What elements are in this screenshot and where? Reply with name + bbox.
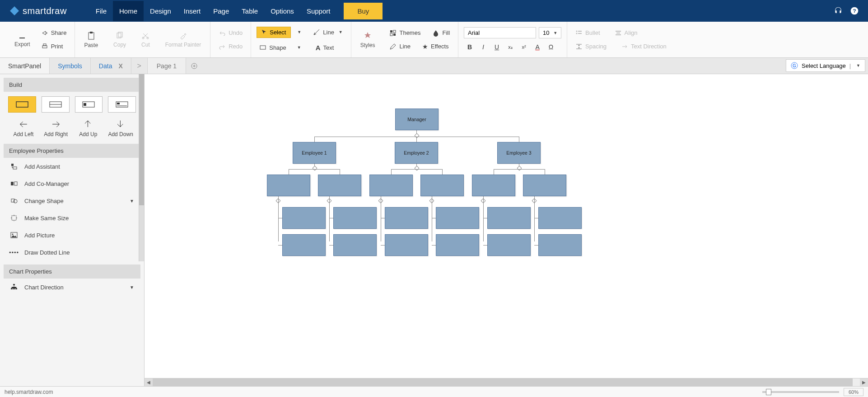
org-node-manager[interactable]: Manager — [395, 109, 439, 130]
build-shape-split[interactable] — [42, 96, 70, 113]
styles-button[interactable]: Styles — [357, 29, 379, 50]
add-left-button[interactable]: 🡠Add Left — [7, 120, 40, 137]
menu-insert[interactable]: Insert — [177, 1, 207, 21]
close-icon[interactable]: X — [118, 62, 122, 70]
themes-button[interactable]: Themes — [387, 28, 423, 38]
fill-button[interactable]: Fill — [429, 28, 453, 38]
scroll-right-button[interactable]: ▶ — [860, 378, 868, 386]
build-shape-box[interactable] — [8, 96, 36, 113]
line-style-button[interactable]: Line — [387, 42, 413, 52]
cut-button[interactable]: Cut — [138, 30, 154, 50]
org-node-blank[interactable] — [487, 234, 531, 256]
add-up-button[interactable]: 🡡Add Up — [72, 120, 105, 137]
spacing-button[interactable]: Spacing — [573, 42, 609, 52]
select-tool-button[interactable]: Select — [257, 27, 291, 38]
org-node-blank[interactable] — [420, 175, 464, 196]
menu-options[interactable]: Options — [264, 1, 300, 21]
menu-file[interactable]: File — [89, 1, 113, 21]
copy-button[interactable]: Copy — [110, 30, 130, 50]
add-comanager-button[interactable]: Add Co-Manager — [4, 175, 140, 192]
text-direction-button[interactable]: Text Direction — [618, 42, 669, 52]
org-node-blank[interactable] — [385, 207, 428, 229]
connector-handle[interactable] — [517, 165, 522, 170]
export-button[interactable]: Export — [11, 30, 34, 49]
scrollbar-thumb[interactable] — [139, 74, 144, 205]
tab-data[interactable]: Data X — [91, 58, 131, 74]
bold-button[interactable]: B — [464, 42, 476, 52]
format-painter-button[interactable]: Format Painter — [162, 30, 205, 50]
zoom-slider[interactable] — [762, 391, 839, 393]
org-node-blank[interactable] — [487, 207, 531, 229]
org-node-blank[interactable] — [385, 234, 428, 256]
canvas-area[interactable]: Manager Employee 1 Employee 2 Employee 3 — [145, 74, 868, 386]
org-node-blank[interactable] — [538, 234, 582, 256]
help-icon[interactable]: ? — [850, 6, 859, 15]
org-node-blank[interactable] — [369, 175, 413, 196]
italic-button[interactable]: I — [477, 42, 489, 52]
org-node-employee1[interactable]: Employee 1 — [293, 142, 336, 164]
add-page-button[interactable] — [186, 58, 202, 74]
org-node-blank[interactable] — [472, 175, 515, 196]
connector-handle[interactable] — [312, 165, 317, 170]
print-button[interactable]: Print — [38, 42, 70, 52]
language-selector[interactable]: G Select Language | ▼ — [786, 59, 865, 72]
symbol-button[interactable]: Ω — [545, 42, 557, 52]
draw-dotted-button[interactable]: ••••Draw Dotted Line — [4, 244, 140, 261]
shape-tool-button[interactable]: Shape ▼ — [257, 43, 304, 52]
redo-button[interactable]: Redo — [216, 42, 245, 52]
build-shape-badge[interactable] — [75, 96, 103, 113]
font-name-input[interactable] — [464, 27, 536, 38]
underline-button[interactable]: U — [491, 42, 503, 52]
org-node-employee2[interactable]: Employee 2 — [395, 142, 438, 164]
page-tab-1[interactable]: Page 1 — [148, 58, 186, 74]
line-tool-button[interactable]: Line ▼ — [310, 27, 345, 37]
scroll-thumb[interactable] — [153, 378, 853, 386]
shape-dropdown[interactable]: ▼ — [297, 45, 301, 50]
change-shape-button[interactable]: Change Shape▼ — [4, 192, 140, 209]
org-node-blank[interactable] — [282, 234, 326, 256]
buy-button[interactable]: Buy — [344, 3, 383, 19]
menu-page[interactable]: Page — [207, 1, 235, 21]
org-node-blank[interactable] — [538, 207, 582, 229]
org-node-blank[interactable] — [333, 234, 377, 256]
chart-direction-button[interactable]: Chart Direction▼ — [4, 279, 140, 296]
org-node-blank[interactable] — [436, 207, 479, 229]
tab-symbols[interactable]: Symbols — [50, 58, 91, 74]
scroll-left-button[interactable]: ◀ — [145, 378, 153, 386]
bullet-button[interactable]: Bullet — [573, 28, 603, 38]
org-node-blank[interactable] — [267, 175, 310, 196]
connector-handle[interactable] — [414, 133, 419, 138]
add-picture-button[interactable]: Add Picture — [4, 227, 140, 244]
font-color-button[interactable]: A — [532, 42, 543, 52]
org-node-blank[interactable] — [282, 207, 326, 229]
org-node-blank[interactable] — [318, 175, 361, 196]
scroll-track[interactable] — [153, 378, 860, 386]
add-assistant-button[interactable]: Add Assistant — [4, 158, 140, 175]
connector-handle[interactable] — [414, 165, 419, 170]
org-node-blank[interactable] — [333, 207, 377, 229]
align-button[interactable]: Align — [612, 28, 640, 38]
text-tool-button[interactable]: A Text — [313, 43, 337, 53]
line-dropdown[interactable]: ▼ — [339, 30, 343, 34]
add-right-button[interactable]: 🡢Add Right — [40, 120, 72, 137]
font-size-select[interactable]: 10 ▼ — [539, 27, 561, 38]
menu-table[interactable]: Table — [235, 1, 264, 21]
effects-button[interactable]: ★ Effects — [420, 42, 452, 52]
headset-icon[interactable] — [834, 6, 843, 15]
org-node-blank[interactable] — [436, 234, 479, 256]
select-dropdown[interactable]: ▼ — [297, 30, 301, 34]
undo-button[interactable]: Undo — [216, 28, 245, 38]
menu-support[interactable]: Support — [300, 1, 337, 21]
menu-home[interactable]: Home — [113, 1, 144, 21]
add-down-button[interactable]: 🡣Add Down — [104, 120, 137, 137]
sidebar-scrollbar[interactable] — [139, 74, 144, 261]
org-node-blank[interactable] — [523, 175, 566, 196]
zoom-slider-thumb[interactable] — [766, 389, 771, 395]
superscript-button[interactable]: x² — [518, 42, 530, 52]
build-shape-badge2[interactable] — [108, 96, 136, 113]
horizontal-scrollbar[interactable]: ◀ ▶ — [145, 378, 868, 386]
org-node-employee3[interactable]: Employee 3 — [497, 142, 541, 164]
tab-smartpanel[interactable]: SmartPanel — [0, 58, 50, 74]
paste-button[interactable]: Paste — [80, 29, 102, 50]
make-same-size-button[interactable]: Make Same Size — [4, 209, 140, 227]
